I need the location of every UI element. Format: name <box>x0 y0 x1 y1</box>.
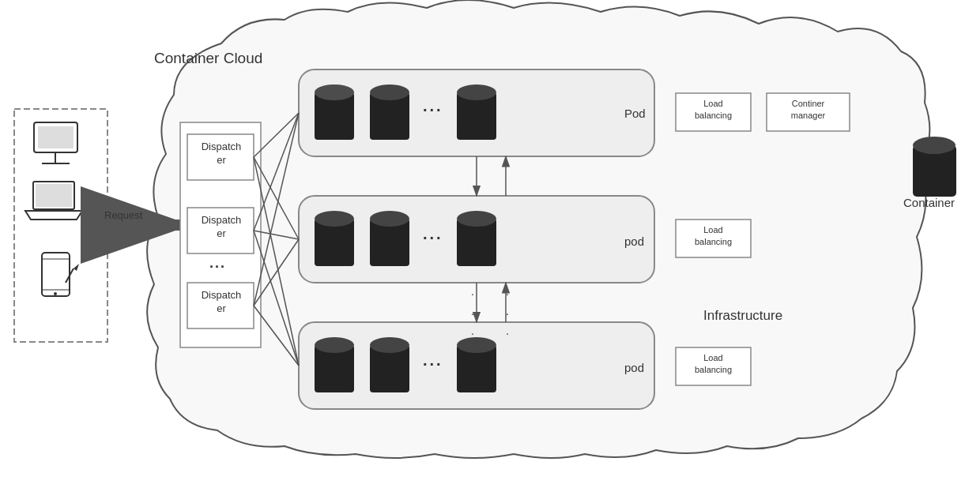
svg-rect-0 <box>34 122 77 152</box>
svg-rect-28 <box>370 345 409 392</box>
svg-rect-13 <box>315 92 354 140</box>
svg-rect-3 <box>38 126 74 148</box>
dispatcher-3-label: Dispatcher <box>190 289 252 316</box>
pod-row-3-dots: ··· <box>423 355 443 374</box>
pod-row-3-label: pod <box>624 361 644 374</box>
diagram-svg <box>0 0 980 488</box>
lb-box-2-label: Loadbalancing <box>679 224 748 249</box>
svg-point-29 <box>370 337 409 353</box>
clients-box <box>14 109 107 342</box>
request-label: Request <box>104 209 142 221</box>
lb-box-3-label: Loadbalancing <box>679 352 748 377</box>
svg-line-42 <box>254 306 299 366</box>
dispatcher-2-label: Dispatcher <box>190 214 252 241</box>
pod-row-1-label: Pod <box>624 107 646 120</box>
svg-point-9 <box>54 292 57 295</box>
svg-rect-20 <box>315 219 354 266</box>
svg-point-31 <box>457 337 496 353</box>
cylinder-r2-last <box>457 211 496 266</box>
svg-line-37 <box>254 113 299 231</box>
diagram-container: Container Cloud Request Dispatcher Dispa… <box>0 0 980 488</box>
cylinder-r3-1 <box>315 337 354 392</box>
svg-point-27 <box>315 337 354 353</box>
cylinder-r3-last <box>457 337 496 392</box>
mobile-icon <box>42 253 79 296</box>
svg-rect-5 <box>36 184 72 207</box>
cylinder-r2-1 <box>315 211 354 266</box>
cylinder-r1-2 <box>370 84 409 140</box>
svg-rect-4 <box>33 182 74 209</box>
svg-point-15 <box>315 84 354 100</box>
svg-rect-18 <box>457 92 496 140</box>
dispatcher-dots: ··· <box>209 259 226 276</box>
svg-rect-24 <box>457 219 496 266</box>
pod-row-2-label: pod <box>624 235 644 248</box>
svg-line-41 <box>254 239 299 306</box>
svg-line-36 <box>254 157 299 366</box>
svg-point-19 <box>457 84 496 100</box>
svg-point-33 <box>913 137 956 154</box>
svg-rect-6 <box>42 253 70 296</box>
svg-point-14 <box>315 84 354 100</box>
standalone-cylinder <box>913 137 956 197</box>
svg-point-25 <box>457 211 496 227</box>
svg-rect-30 <box>457 345 496 392</box>
vertical-dots-2: ··· <box>506 284 509 344</box>
pod-row-1-dots: ··· <box>423 101 443 119</box>
svg-line-38 <box>254 231 299 239</box>
cylinder-r2-2 <box>370 211 409 266</box>
svg-rect-16 <box>370 92 409 140</box>
svg-rect-32 <box>913 145 956 197</box>
desktop-icon <box>34 122 77 163</box>
laptop-icon <box>25 182 82 220</box>
cylinder-r1-last <box>457 84 496 140</box>
svg-line-40 <box>254 113 299 306</box>
svg-marker-11 <box>74 264 79 271</box>
vertical-dots: ··· <box>471 284 474 344</box>
svg-line-10 <box>66 268 74 283</box>
cylinder-r1-1 <box>315 84 354 140</box>
pod-row-3 <box>299 322 654 409</box>
container-cloud-label: Container Cloud <box>154 49 262 69</box>
svg-line-35 <box>254 157 299 239</box>
svg-rect-26 <box>315 345 354 392</box>
svg-point-21 <box>315 211 354 227</box>
container-manager-label: Continermanager <box>770 98 846 122</box>
standalone-container-label: Container <box>903 196 955 209</box>
svg-line-39 <box>254 231 299 366</box>
pod-row-2-dots: ··· <box>423 229 443 247</box>
svg-point-17 <box>370 84 409 100</box>
svg-rect-22 <box>370 219 409 266</box>
svg-line-34 <box>254 113 299 157</box>
svg-point-23 <box>370 211 409 227</box>
pod-row-2 <box>299 196 654 283</box>
lb-box-1-label: Loadbalancing <box>679 98 748 122</box>
infrastructure-label: Infrastructure <box>703 308 782 324</box>
pod-row-1 <box>299 69 654 156</box>
cylinder-r3-2 <box>370 337 409 392</box>
dispatcher-1-label: Dispatcher <box>190 141 252 167</box>
